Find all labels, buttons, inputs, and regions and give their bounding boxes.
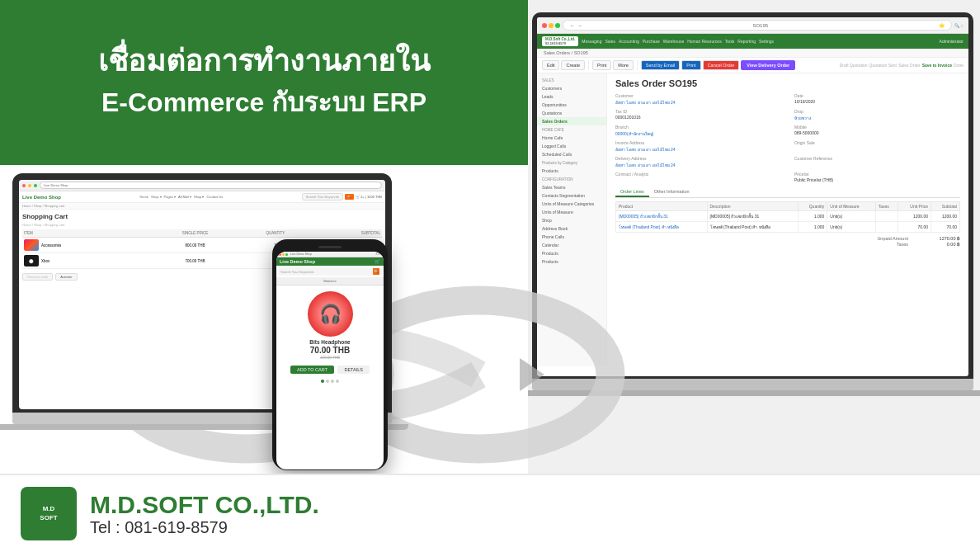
sidebar-config-title: Configuration xyxy=(537,175,606,183)
nav-warehouse[interactable]: Warehouse xyxy=(663,39,684,44)
company-tel: Tel : 081-619-8579 xyxy=(90,518,319,537)
nav-purchase[interactable]: Purchase xyxy=(643,39,660,44)
sidebar-sales-orders[interactable]: Sales Orders xyxy=(537,117,606,125)
origin-sale-label: Origin Sale xyxy=(794,140,960,145)
customer-label: Customer xyxy=(615,93,781,98)
sidebar-home-cafe[interactable]: Home Cafe xyxy=(537,134,606,142)
thai-title: เชื่อมต่อการทำงานภายใน xyxy=(98,42,431,81)
pricelist-field: Pricelist Public Pricelist (THB) xyxy=(794,172,960,182)
browser-chrome: ←→ SO195 ⭐ 🔍 ☆ xyxy=(537,17,968,34)
left-panel: เชื่อมต่อการทำงานภายใน E-Commerce กับระบ… xyxy=(0,0,528,552)
odoo-company-badge: M.D.Soft Co.,Ltd. 02-1619-8579 xyxy=(542,36,578,46)
phone-device: Live Demo Shop 3:30 Live Demo Shop 🛒 Sea… xyxy=(272,239,388,479)
print2-button[interactable]: Print xyxy=(681,60,700,70)
phone-product-price: 70.00 THB xyxy=(280,346,380,355)
tab-other-info[interactable]: Other Information xyxy=(649,187,695,197)
tab-order-lines[interactable]: Order Lines xyxy=(615,187,649,197)
sidebar-address-book[interactable]: Address Book xyxy=(537,224,606,233)
sidebar-contacts-seg[interactable]: Contacts Segmentation xyxy=(537,191,606,200)
breadcrumb: Sales Orders / SO195 xyxy=(537,49,968,58)
taxid-value: 00001201016 xyxy=(615,115,781,120)
more-button[interactable]: More xyxy=(613,60,634,70)
delivery-address-field: Delivery Address อัสสา โอสถ อ่วม อา ผลไม… xyxy=(615,156,781,168)
nav-reporting[interactable]: Reporting xyxy=(737,39,756,44)
sidebar-leads[interactable]: Leads xyxy=(537,92,606,101)
nav-sales[interactable]: Sales xyxy=(605,39,615,44)
origin-sale-field: Origin Sale xyxy=(794,140,960,153)
invoice-address-field: Invoice Address อัสสา โอสถ อ่วม อา ผลไม้… xyxy=(615,140,781,153)
mobile-field: Mobile 089-5000000 xyxy=(794,125,960,137)
nav-settings[interactable]: Settings xyxy=(759,39,774,44)
ecom-logo-laptop: Live Demo Shop xyxy=(22,195,61,200)
sidebar-uom-cats[interactable]: Units of Measure Categories xyxy=(537,200,606,208)
sidebar-opportunities[interactable]: Opportunities xyxy=(537,101,606,109)
drop-label: Drop xyxy=(794,109,960,114)
phone-product-name: Bits Headphone xyxy=(280,339,380,345)
send-by-email-button[interactable]: Send by Email xyxy=(641,60,680,70)
sidebar-products[interactable]: Products xyxy=(537,167,606,175)
sidebar-phone-calls[interactable]: Phone Calls xyxy=(537,233,606,241)
status-draft: Draft Quotation xyxy=(840,63,868,68)
status-invoice: Save to Invoice xyxy=(922,63,952,68)
sidebar-homecafe-title: Home Cafe xyxy=(537,125,606,134)
order-table: Product Description Quantity Unit of Mea… xyxy=(615,201,960,233)
unpaid-value: 1270.00 ฿ xyxy=(915,236,960,241)
edit-button[interactable]: Edit xyxy=(542,60,559,70)
action-bar: Edit Create Print More Send by Email Pri… xyxy=(537,58,968,73)
contract-analytic-field: Contract / Analytic xyxy=(615,172,781,182)
delivery-address-value: อัสสา โอสถ อ่วม อา ผลไม้ไทย 24 xyxy=(615,162,781,168)
company-footer: M.DSOFT M.D.SOFT CO.,LTD. Tel : 081-619-… xyxy=(0,474,980,552)
order-totals: Unpaid Amount 1270.00 ฿ Taxes 0.00 ฿ xyxy=(615,236,960,247)
phone-logo: Live Demo Shop xyxy=(280,259,315,264)
sidebar-shop[interactable]: Shop xyxy=(537,216,606,224)
sidebar-logged-calls[interactable]: Logged Calls xyxy=(537,142,606,150)
order-fields: Customer อัสสา โอสถ อ่วม อา ผลไม้ไทย 24 … xyxy=(615,93,960,182)
branch-value: 00000(สำนักงานใหญ่) xyxy=(615,130,781,137)
date-label: Date xyxy=(794,93,960,98)
taxes-label: Taxes xyxy=(842,242,908,247)
cart-title: Shopping Cart xyxy=(22,213,382,220)
english-title: E-Commerce กับระบบ ERP xyxy=(101,81,426,123)
contract-analytic-label: Contract / Analytic xyxy=(615,172,781,177)
nav-hr[interactable]: Human Resources xyxy=(687,39,721,44)
main-container: เชื่อมต่อการทำงานภายใน E-Commerce กับระบ… xyxy=(0,0,980,552)
details-button[interactable]: DETAILS xyxy=(337,366,370,374)
odoo-admin: Administrator xyxy=(940,39,964,44)
company-name: M.D.SOFT CO.,LTD. xyxy=(90,491,319,518)
nav-accounting[interactable]: Accounting xyxy=(619,39,639,44)
sidebar-quotations[interactable]: Quotations xyxy=(537,109,606,117)
customer-reference-label: Customer Reference xyxy=(794,156,960,161)
view-delivery-button[interactable]: View Delivery Order xyxy=(741,60,795,70)
order-title: Sales Order SO195 xyxy=(615,78,960,88)
order-line-1: [MD00005] ถั่วแขกฝักสั้น 31 [MD00005] ถั… xyxy=(616,211,960,222)
phone-screen: Live Demo Shop 3:30 Live Demo Shop 🛒 Sea… xyxy=(276,252,384,469)
nav-messaging[interactable]: Messaging xyxy=(582,39,601,44)
invoice-address-value: อัสสา โอสถ อ่วม อา ผลไม้ไทย 24 xyxy=(615,146,781,153)
sidebar-scheduled-calls[interactable]: Scheduled Calls xyxy=(537,150,606,158)
sidebar-sales-title: Sales xyxy=(537,77,606,84)
taxes-value: 0.00 ฿ xyxy=(915,242,960,247)
company-logo-box: M.DSOFT xyxy=(21,487,77,540)
drop-field: Drop ห้วยขวาง xyxy=(794,109,960,121)
unpaid-label: Unpaid Amount xyxy=(842,236,908,241)
url-bar[interactable]: ←→ SO195 ⭐ xyxy=(563,20,952,31)
print-button[interactable]: Print xyxy=(592,60,611,70)
phone-product-image: 🎧 xyxy=(308,291,353,337)
status-order: Sales Order xyxy=(898,63,921,68)
add-to-cart-button[interactable]: ADD TO CART xyxy=(290,366,334,374)
nav-tools[interactable]: Tools xyxy=(725,39,735,44)
sidebar-customers[interactable]: Customers xyxy=(537,84,606,92)
sidebar-sales-teams[interactable]: Sales Teams xyxy=(537,183,606,191)
branch-field: Branch 00000(สำนักงานใหญ่) xyxy=(615,125,781,137)
sidebar-uom[interactable]: Units of Measure xyxy=(537,208,606,216)
create-button[interactable]: Create xyxy=(561,60,585,70)
browser-minimize-dot xyxy=(549,23,554,28)
drop-value: ห้วยขวาง xyxy=(794,115,960,121)
cancel-order-button[interactable]: Cancel Order xyxy=(703,60,740,70)
branch-label: Branch xyxy=(615,125,781,130)
invoice-address-label: Invoice Address xyxy=(615,140,781,145)
mobile-value: 089-5000000 xyxy=(794,130,960,135)
order-line-2: โทษสต์ (Thailand Post) สำ หนังสือ โทษสต์… xyxy=(616,222,960,233)
green-header: เชื่อมต่อการทำงานภายใน E-Commerce กับระบ… xyxy=(0,0,528,165)
status-done: Done xyxy=(954,63,964,68)
